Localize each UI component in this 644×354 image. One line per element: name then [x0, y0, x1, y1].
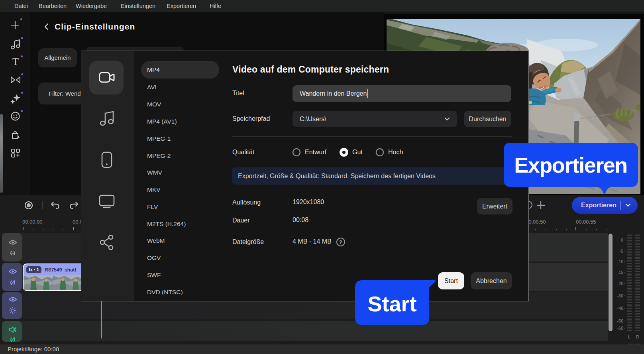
svg-text:Start: Start — [367, 292, 416, 316]
svg-text:?: ? — [339, 239, 342, 245]
svg-text:Exportieren: Exportieren — [514, 153, 627, 177]
